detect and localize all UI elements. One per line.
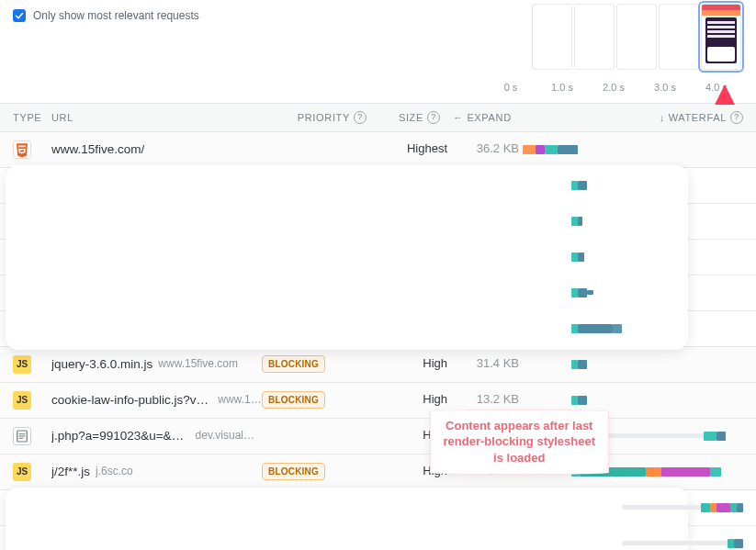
table-row[interactable]: JScookie-law-info-public.js?ver=2…www.15… [0,383,756,419]
css-icon [13,248,31,266]
css-icon [13,284,31,302]
request-url: assets/main-0a**.css [51,320,167,337]
css-icon [13,534,31,550]
col-size-header[interactable]: SIZE? [367,111,440,124]
table-row[interactable]: JSjquery-3.6.0.min.jswww.15five.comBLOCK… [0,347,756,383]
priority-value: Highest [381,141,447,157]
blocking-badge: BLOCKING [262,463,325,480]
table-row[interactable]: assets/main-0a**.csswww.15five.comBLOCKI… [0,311,756,347]
priority-value: Highest [381,177,447,193]
priority-value: Highest [381,249,447,264]
import-badge: @IMPORT [322,499,381,516]
request-host: fonts… [194,500,229,515]
filmstrip-frame[interactable] [532,4,572,70]
js-icon: JS [13,463,31,481]
filmstrip [532,4,741,70]
css-icon [13,320,31,338]
table-row[interactable]: j.php?a=991023&u=&vn=2.1&x=truedev.visua… [0,419,756,455]
table-row[interactable]: css2?family=Poppins:…fonts…BLOCKING@IMPO… [0,526,756,550]
priority-value: Highest [381,213,447,229]
waterfall-cell [523,534,743,550]
waterfall-cell [523,499,743,517]
waterfall-cell [523,284,743,302]
table-row[interactable]: cookie-law-info-gdpr.css?ver=2…www.15…BL… [0,240,756,275]
request-url: cookie-law-info-public.css?ver=… [51,213,213,230]
request-host: www.15… [219,214,262,229]
table-row[interactable]: www.15five.com/Highest36.2 KB [0,132,756,168]
blocking-badge: BLOCKING [262,248,325,265]
size-value: 814 B [447,499,523,515]
request-host: www.15five.com [184,178,262,193]
col-url-header[interactable]: URL [51,111,293,124]
table-row[interactable]: JSj/2f**.jsj.6sc.coBLOCKINGHigh926 B [0,455,756,490]
waterfall-cell [523,140,743,159]
priority-value: Highest [381,320,447,336]
request-url: dashicons.min.css?ver=6.7.1 [51,285,191,301]
request-url: cookie-law-info-gdpr.css?ver=2… [51,249,213,265]
priority-value: High [381,356,447,372]
waterfall-cell [523,248,743,266]
blocking-badge: BLOCKING [262,355,325,373]
request-host: www.15five.com [173,321,253,336]
request-url: css2?family=Quando&… [51,499,188,516]
html-icon [13,140,31,159]
request-url: j/2f**.js [51,464,90,480]
filmstrip-frame[interactable] [574,4,615,70]
waterfall-cell [523,212,743,230]
request-table: Content appears after last render-blocki… [0,132,756,550]
doc-icon [13,427,31,445]
request-url: jquery-3.6.0.min.js [51,356,152,373]
filmstrip-frame-selected[interactable] [701,4,741,70]
priority-value: Highest [381,535,447,550]
expand-button[interactable]: ← EXPAND [440,111,523,124]
js-icon: JS [13,355,31,374]
blocking-badge: BLOCKING [255,534,319,550]
size-value: 15.2 KB [447,177,523,193]
request-host: fonts… [189,536,224,550]
size-value: 531 B [447,535,523,550]
size-value: 31.4 KB [447,356,523,372]
checkbox-label: Only show most relevant requests [33,9,199,24]
col-priority-header[interactable]: PRIORITY? [293,111,367,124]
request-url: www.15five.com/ [51,141,144,158]
request-host: www.15… [218,393,262,408]
col-waterfall-header[interactable]: ↓ WATERFAL? [523,111,743,124]
filmstrip-frame[interactable] [659,4,699,70]
help-icon[interactable]: ? [354,111,367,124]
request-host: www.15five.com [158,357,238,372]
blocking-badge: BLOCKING [262,391,325,409]
table-row[interactable]: cookie-law-info-public.css?ver=…www.15…B… [0,204,756,240]
table-row[interactable]: style.min.css?ver=6.7.1www.15five.comBLO… [0,168,756,204]
blocking-badge: BLOCKING [262,284,325,301]
filmstrip-ticks: 0 s 1.0 s 2.0 s 3.0 s 4.0 s [495,81,732,94]
size-value: 13.2 KB [447,392,523,408]
import-badge: @IMPORT [322,534,381,550]
table-header: TYPE URL PRIORITY? SIZE? ← EXPAND ↓ WATE… [0,103,756,132]
table-row[interactable]: css2?family=Quando&…fonts…BLOCKING@IMPOR… [0,490,756,526]
request-url: cookie-law-info-public.js?ver=2… [51,392,212,409]
blocking-badge: BLOCKING [262,320,325,337]
css-icon [13,212,31,230]
js-icon: JS [13,391,31,410]
request-host: dev.visualwebsite… [196,429,262,443]
css-icon [13,176,31,195]
annotation-callout: Content appears after last render-blocki… [430,410,609,475]
request-host: www.15… [219,250,262,264]
css-icon [13,499,31,517]
col-type-header[interactable]: TYPE [13,111,51,124]
waterfall-cell [523,355,743,374]
blocking-badge: BLOCKING [255,499,319,516]
table-row[interactable]: dashicons.min.css?ver=6.7.1www.15five.c…… [0,275,756,311]
help-icon[interactable]: ? [427,111,440,124]
blocking-badge: BLOCKING [262,212,325,230]
waterfall-cell [523,391,743,410]
waterfall-cell [523,176,743,195]
blocking-badge: BLOCKING [262,176,325,194]
size-value: 56.1 KB [447,320,523,336]
help-icon[interactable]: ? [730,111,743,124]
filmstrip-frame[interactable] [616,4,657,70]
checkbox-relevant-requests[interactable] [13,9,26,22]
request-host: j.6sc.co [96,465,133,479]
request-url: css2?family=Poppins:… [51,535,184,550]
size-value: 2.20 KB [447,213,523,229]
